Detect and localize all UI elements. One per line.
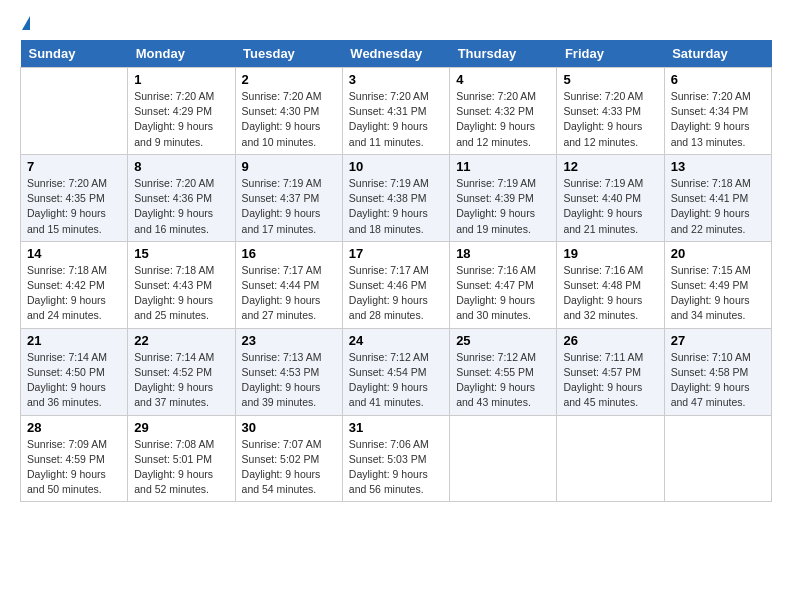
day-info: Sunrise: 7:13 AM Sunset: 4:53 PM Dayligh… <box>242 350 336 411</box>
day-info: Sunrise: 7:20 AM Sunset: 4:34 PM Dayligh… <box>671 89 765 150</box>
day-info: Sunrise: 7:19 AM Sunset: 4:38 PM Dayligh… <box>349 176 443 237</box>
header-saturday: Saturday <box>664 40 771 68</box>
day-info: Sunrise: 7:20 AM Sunset: 4:31 PM Dayligh… <box>349 89 443 150</box>
day-number: 17 <box>349 246 443 261</box>
week-row-4: 21Sunrise: 7:14 AM Sunset: 4:50 PM Dayli… <box>21 328 772 415</box>
page-header <box>20 16 772 30</box>
calendar-cell: 3Sunrise: 7:20 AM Sunset: 4:31 PM Daylig… <box>342 68 449 155</box>
day-info: Sunrise: 7:18 AM Sunset: 4:43 PM Dayligh… <box>134 263 228 324</box>
calendar-table: SundayMondayTuesdayWednesdayThursdayFrid… <box>20 40 772 502</box>
calendar-cell: 14Sunrise: 7:18 AM Sunset: 4:42 PM Dayli… <box>21 241 128 328</box>
calendar-cell: 1Sunrise: 7:20 AM Sunset: 4:29 PM Daylig… <box>128 68 235 155</box>
calendar-cell: 10Sunrise: 7:19 AM Sunset: 4:38 PM Dayli… <box>342 154 449 241</box>
calendar-cell <box>664 415 771 502</box>
calendar-cell <box>21 68 128 155</box>
day-info: Sunrise: 7:06 AM Sunset: 5:03 PM Dayligh… <box>349 437 443 498</box>
header-thursday: Thursday <box>450 40 557 68</box>
day-number: 22 <box>134 333 228 348</box>
calendar-cell: 18Sunrise: 7:16 AM Sunset: 4:47 PM Dayli… <box>450 241 557 328</box>
day-info: Sunrise: 7:11 AM Sunset: 4:57 PM Dayligh… <box>563 350 657 411</box>
calendar-cell: 19Sunrise: 7:16 AM Sunset: 4:48 PM Dayli… <box>557 241 664 328</box>
day-info: Sunrise: 7:20 AM Sunset: 4:35 PM Dayligh… <box>27 176 121 237</box>
calendar-cell: 26Sunrise: 7:11 AM Sunset: 4:57 PM Dayli… <box>557 328 664 415</box>
day-number: 31 <box>349 420 443 435</box>
calendar-cell: 16Sunrise: 7:17 AM Sunset: 4:44 PM Dayli… <box>235 241 342 328</box>
day-number: 11 <box>456 159 550 174</box>
day-number: 9 <box>242 159 336 174</box>
week-row-5: 28Sunrise: 7:09 AM Sunset: 4:59 PM Dayli… <box>21 415 772 502</box>
week-row-3: 14Sunrise: 7:18 AM Sunset: 4:42 PM Dayli… <box>21 241 772 328</box>
header-wednesday: Wednesday <box>342 40 449 68</box>
calendar-cell: 28Sunrise: 7:09 AM Sunset: 4:59 PM Dayli… <box>21 415 128 502</box>
day-number: 19 <box>563 246 657 261</box>
day-info: Sunrise: 7:14 AM Sunset: 4:52 PM Dayligh… <box>134 350 228 411</box>
day-info: Sunrise: 7:20 AM Sunset: 4:33 PM Dayligh… <box>563 89 657 150</box>
calendar-cell: 23Sunrise: 7:13 AM Sunset: 4:53 PM Dayli… <box>235 328 342 415</box>
day-number: 23 <box>242 333 336 348</box>
day-number: 25 <box>456 333 550 348</box>
day-number: 15 <box>134 246 228 261</box>
calendar-cell: 11Sunrise: 7:19 AM Sunset: 4:39 PM Dayli… <box>450 154 557 241</box>
day-info: Sunrise: 7:20 AM Sunset: 4:29 PM Dayligh… <box>134 89 228 150</box>
day-number: 5 <box>563 72 657 87</box>
logo-triangle-icon <box>22 16 30 30</box>
calendar-cell: 20Sunrise: 7:15 AM Sunset: 4:49 PM Dayli… <box>664 241 771 328</box>
day-info: Sunrise: 7:19 AM Sunset: 4:40 PM Dayligh… <box>563 176 657 237</box>
day-number: 7 <box>27 159 121 174</box>
calendar-cell: 4Sunrise: 7:20 AM Sunset: 4:32 PM Daylig… <box>450 68 557 155</box>
day-info: Sunrise: 7:08 AM Sunset: 5:01 PM Dayligh… <box>134 437 228 498</box>
day-number: 2 <box>242 72 336 87</box>
calendar-cell: 12Sunrise: 7:19 AM Sunset: 4:40 PM Dayli… <box>557 154 664 241</box>
day-number: 16 <box>242 246 336 261</box>
header-friday: Friday <box>557 40 664 68</box>
day-info: Sunrise: 7:12 AM Sunset: 4:55 PM Dayligh… <box>456 350 550 411</box>
day-number: 1 <box>134 72 228 87</box>
calendar-header-row: SundayMondayTuesdayWednesdayThursdayFrid… <box>21 40 772 68</box>
day-number: 8 <box>134 159 228 174</box>
calendar-cell: 7Sunrise: 7:20 AM Sunset: 4:35 PM Daylig… <box>21 154 128 241</box>
calendar-cell: 13Sunrise: 7:18 AM Sunset: 4:41 PM Dayli… <box>664 154 771 241</box>
day-info: Sunrise: 7:17 AM Sunset: 4:46 PM Dayligh… <box>349 263 443 324</box>
calendar-cell <box>450 415 557 502</box>
day-number: 18 <box>456 246 550 261</box>
calendar-cell: 9Sunrise: 7:19 AM Sunset: 4:37 PM Daylig… <box>235 154 342 241</box>
day-number: 4 <box>456 72 550 87</box>
calendar-cell: 31Sunrise: 7:06 AM Sunset: 5:03 PM Dayli… <box>342 415 449 502</box>
day-info: Sunrise: 7:14 AM Sunset: 4:50 PM Dayligh… <box>27 350 121 411</box>
calendar-cell: 8Sunrise: 7:20 AM Sunset: 4:36 PM Daylig… <box>128 154 235 241</box>
day-number: 3 <box>349 72 443 87</box>
day-info: Sunrise: 7:20 AM Sunset: 4:32 PM Dayligh… <box>456 89 550 150</box>
day-info: Sunrise: 7:09 AM Sunset: 4:59 PM Dayligh… <box>27 437 121 498</box>
logo <box>20 16 30 30</box>
day-number: 30 <box>242 420 336 435</box>
day-info: Sunrise: 7:15 AM Sunset: 4:49 PM Dayligh… <box>671 263 765 324</box>
day-info: Sunrise: 7:16 AM Sunset: 4:47 PM Dayligh… <box>456 263 550 324</box>
calendar-cell <box>557 415 664 502</box>
day-info: Sunrise: 7:12 AM Sunset: 4:54 PM Dayligh… <box>349 350 443 411</box>
day-number: 20 <box>671 246 765 261</box>
day-number: 21 <box>27 333 121 348</box>
calendar-cell: 22Sunrise: 7:14 AM Sunset: 4:52 PM Dayli… <box>128 328 235 415</box>
day-number: 26 <box>563 333 657 348</box>
day-number: 24 <box>349 333 443 348</box>
header-sunday: Sunday <box>21 40 128 68</box>
calendar-cell: 29Sunrise: 7:08 AM Sunset: 5:01 PM Dayli… <box>128 415 235 502</box>
day-info: Sunrise: 7:10 AM Sunset: 4:58 PM Dayligh… <box>671 350 765 411</box>
calendar-cell: 17Sunrise: 7:17 AM Sunset: 4:46 PM Dayli… <box>342 241 449 328</box>
calendar-cell: 15Sunrise: 7:18 AM Sunset: 4:43 PM Dayli… <box>128 241 235 328</box>
day-number: 10 <box>349 159 443 174</box>
day-info: Sunrise: 7:07 AM Sunset: 5:02 PM Dayligh… <box>242 437 336 498</box>
header-monday: Monday <box>128 40 235 68</box>
calendar-cell: 30Sunrise: 7:07 AM Sunset: 5:02 PM Dayli… <box>235 415 342 502</box>
calendar-cell: 25Sunrise: 7:12 AM Sunset: 4:55 PM Dayli… <box>450 328 557 415</box>
day-number: 29 <box>134 420 228 435</box>
day-info: Sunrise: 7:20 AM Sunset: 4:36 PM Dayligh… <box>134 176 228 237</box>
day-number: 13 <box>671 159 765 174</box>
day-info: Sunrise: 7:17 AM Sunset: 4:44 PM Dayligh… <box>242 263 336 324</box>
day-info: Sunrise: 7:16 AM Sunset: 4:48 PM Dayligh… <box>563 263 657 324</box>
week-row-1: 1Sunrise: 7:20 AM Sunset: 4:29 PM Daylig… <box>21 68 772 155</box>
day-info: Sunrise: 7:18 AM Sunset: 4:41 PM Dayligh… <box>671 176 765 237</box>
day-info: Sunrise: 7:19 AM Sunset: 4:37 PM Dayligh… <box>242 176 336 237</box>
day-info: Sunrise: 7:18 AM Sunset: 4:42 PM Dayligh… <box>27 263 121 324</box>
calendar-cell: 27Sunrise: 7:10 AM Sunset: 4:58 PM Dayli… <box>664 328 771 415</box>
